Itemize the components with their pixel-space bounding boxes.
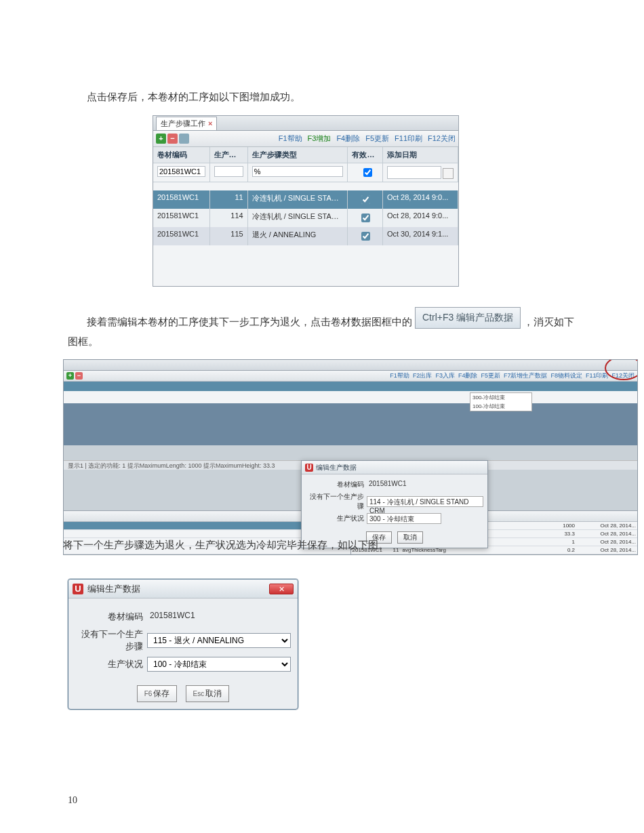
- col-id: 卷材编码: [153, 147, 210, 163]
- status-value: 100-冷却结束: [470, 402, 531, 411]
- page-number: 10: [68, 795, 77, 806]
- status-select[interactable]: 100 - 冷却结束: [147, 657, 291, 672]
- dialog-title: U 编辑生产数据 ✕: [68, 580, 298, 598]
- col-step: 生产步骤号: [210, 147, 248, 163]
- value-id: 201581WC1: [147, 609, 291, 624]
- remove-icon[interactable]: −: [167, 134, 178, 144]
- label-status: 生产状况: [306, 514, 364, 523]
- tb-link[interactable]: F2出库: [413, 371, 432, 380]
- refresh-icon[interactable]: [179, 134, 189, 144]
- f3-add-link[interactable]: F3增加: [308, 134, 331, 144]
- edit-product-data-button[interactable]: Ctrl+F3 编辑产品数据: [415, 307, 521, 329]
- f1-help-link[interactable]: F1帮助: [279, 134, 302, 144]
- add-icon[interactable]: +: [66, 372, 74, 380]
- toolbar: + − F1帮助 F2出库 F3入库 F4删除 F5更新 F7新增生产数据 F8…: [64, 371, 637, 382]
- cancel-button[interactable]: Esc取消: [186, 685, 230, 702]
- filter-step[interactable]: [214, 166, 243, 177]
- close-icon[interactable]: ×: [208, 119, 212, 127]
- calendar-icon[interactable]: [443, 168, 454, 179]
- cell-date: Oct 28, 2014 9:0...: [383, 209, 458, 227]
- screenshot-production-steps: 生产步骤工作 × + − F1帮助 F3增加 F4删除 F5更新 F11印刷 F…: [153, 115, 459, 287]
- filter-valid[interactable]: [355, 168, 381, 177]
- cell-valid: [348, 227, 383, 245]
- cell-type: 退火 / ANNEALING: [248, 227, 348, 245]
- f11-print-link[interactable]: F11印刷: [395, 134, 422, 144]
- tb-link[interactable]: F8物料设定: [550, 371, 582, 380]
- cell-id: 201581WC1: [153, 209, 210, 227]
- step-select[interactable]: 114 - 冷连轧机 / SINGLE STAND CRM: [367, 496, 483, 507]
- table-row[interactable]: 201581WC1 11 冷连轧机 / SINGLE STAND CRM Oct…: [153, 190, 458, 209]
- tb-link[interactable]: F11印刷: [586, 371, 609, 380]
- table-row[interactable]: 201581WC1 115 退火 / ANNEALING Oct 30, 201…: [153, 227, 458, 245]
- tb-link[interactable]: F1帮助: [390, 371, 409, 380]
- cell-type: 冷连轧机 / SINGLE STAND CRM: [248, 190, 348, 209]
- filter-row: [153, 163, 458, 182]
- tab-label: 生产步骤工作: [161, 119, 205, 129]
- label-step: 没有下一个生产步骤: [75, 628, 143, 653]
- col-date: 添加日期: [383, 147, 458, 163]
- paragraph-inline: 接着需编辑本卷材的工序使其下一步工序为退火，点击卷材数据图框中的 Ctrl+F3…: [68, 307, 576, 329]
- cell-id: 201581WC1: [153, 190, 210, 209]
- cell-step: 114: [210, 209, 248, 227]
- cell-step: 11: [210, 190, 248, 209]
- text: ，消灭如下: [523, 316, 574, 329]
- filter-id[interactable]: [157, 166, 205, 177]
- paragraph: 图框。: [68, 333, 576, 350]
- toolbar: + − F1帮助 F3增加 F4删除 F5更新 F11印刷 F12关闭: [153, 131, 458, 147]
- remove-icon[interactable]: −: [75, 372, 83, 380]
- dialog-title: U 编辑生产数据: [302, 461, 487, 474]
- title-text: 编辑生产数据: [87, 583, 140, 595]
- tab-production-steps[interactable]: 生产步骤工作 ×: [156, 117, 217, 130]
- cell-step: 115: [210, 227, 248, 245]
- col-valid: 有效参数值: [348, 147, 383, 163]
- overlay-instruction: 将下一个生产步骤选为退火，生产状况选为冷却完毕并保存，如以下图。: [63, 539, 638, 552]
- cell-valid: [348, 190, 383, 209]
- status-select[interactable]: 300 - 冷却结束: [367, 513, 441, 524]
- tb-link[interactable]: F5更新: [481, 371, 500, 380]
- f4-delete-link[interactable]: F4删除: [336, 134, 360, 144]
- tb-link[interactable]: F7新增生产数据: [504, 371, 548, 380]
- cell-type: 冷连轧机 / SINGLE STAND CRM: [248, 209, 348, 227]
- screenshot-coil-data: + − F1帮助 F2出库 F3入库 F4删除 F5更新 F7新增生产数据 F8…: [63, 359, 638, 555]
- filter-date[interactable]: [387, 166, 441, 179]
- f5-refresh-link[interactable]: F5更新: [365, 134, 389, 144]
- shortcut: F6: [144, 690, 153, 697]
- col-type: 生产步骤类型: [248, 147, 348, 163]
- cell-date: Oct 28, 2014 9:0...: [383, 190, 458, 209]
- tb-link[interactable]: F4删除: [458, 371, 478, 380]
- label-step: 没有下一个生产步骤: [306, 492, 364, 511]
- add-icon[interactable]: +: [156, 134, 166, 144]
- cell-date: Oct 30, 2014 9:1...: [383, 227, 458, 245]
- edit-production-dialog-small: U 编辑生产数据 卷材编码201581WC1 没有下一个生产步骤114 - 冷连…: [301, 460, 488, 548]
- label-id: 卷材编码: [75, 611, 143, 623]
- tb-link[interactable]: F3入库: [435, 371, 455, 380]
- paragraph: 点击保存后，本卷材的工序如以下图增加成功。: [68, 88, 576, 106]
- cell-valid: [348, 209, 383, 227]
- tab-bar: [64, 360, 637, 371]
- app-icon: U: [73, 584, 83, 594]
- value-id: 201581WC1: [367, 479, 483, 490]
- status-value: 300-冷却结束: [470, 393, 531, 402]
- tab-bar: 生产步骤工作 ×: [153, 116, 458, 131]
- save-button[interactable]: F6保存: [137, 685, 178, 702]
- label-id: 卷材编码: [306, 480, 364, 489]
- text: 接着需编辑本卷材的工序使其下一步工序为退火，点击卷材数据图框中的: [68, 316, 412, 329]
- status-box: 300-冷却结束 100-冷却结束: [470, 392, 532, 411]
- next-step-select[interactable]: 115 - 退火 / ANNEALING: [147, 633, 291, 648]
- edit-production-dialog: U 编辑生产数据 ✕ 卷材编码201581WC1 没有下一个生产步骤115 - …: [68, 579, 298, 710]
- title-text: 编辑生产数据: [316, 463, 357, 472]
- close-icon[interactable]: ✕: [269, 584, 294, 594]
- filter-type[interactable]: [252, 166, 344, 177]
- app-icon: U: [305, 464, 313, 472]
- shortcut: Esc: [193, 690, 205, 697]
- cell-id: 201581WC1: [153, 227, 210, 245]
- table-row[interactable]: 201581WC1 114 冷连轧机 / SINGLE STAND CRM Oc…: [153, 209, 458, 227]
- label-status: 生产状况: [75, 658, 143, 670]
- table-header: 卷材编码 生产步骤号 生产步骤类型 有效参数值 添加日期: [153, 147, 458, 163]
- f12-close-link[interactable]: F12关闭: [428, 134, 456, 144]
